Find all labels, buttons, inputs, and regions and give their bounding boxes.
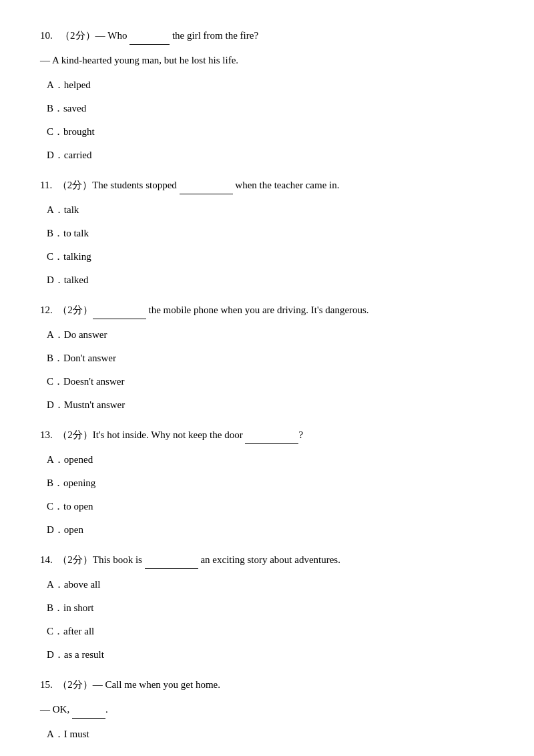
question-14-text: 14. （2分）This book is an exciting story a… xyxy=(40,551,494,569)
question-10-text: 10. （2分）— Who the girl from the fire? xyxy=(40,27,494,45)
question-10-option-b: B．saved xyxy=(40,100,494,118)
question-12-option-c: C．Doesn't answer xyxy=(40,373,494,391)
question-12-text: 12. （2分） the mobile phone when you are d… xyxy=(40,301,494,319)
question-13: 13. （2分）It's hot inside. Why not keep th… xyxy=(40,426,494,539)
question-10: 10. （2分）— Who the girl from the fire? — … xyxy=(40,27,494,164)
question-12-option-a: A．Do answer xyxy=(40,326,494,344)
question-10-dialogue: — A kind-hearted young man, but he lost … xyxy=(40,51,494,69)
question-10-option-a: A．helped xyxy=(40,76,494,94)
question-11-option-d: D．talked xyxy=(40,271,494,289)
question-12-option-b: B．Don't answer xyxy=(40,349,494,367)
question-11-option-a: A．talk xyxy=(40,201,494,219)
question-11-option-c: C．talking xyxy=(40,248,494,266)
question-11-text: 11. （2分）The students stopped when the te… xyxy=(40,176,494,194)
question-10-option-d: D．carried xyxy=(40,146,494,164)
question-12: 12. （2分） the mobile phone when you are d… xyxy=(40,301,494,414)
question-13-option-d: D．open xyxy=(40,521,494,539)
question-15-option-a: A．I must xyxy=(40,725,494,743)
question-15: 15. （2分）— Call me when you get home. — O… xyxy=(40,676,494,743)
question-11: 11. （2分）The students stopped when the te… xyxy=(40,176,494,289)
question-13-option-c: C．to open xyxy=(40,498,494,516)
question-14-option-b: B．in short xyxy=(40,599,494,617)
question-11-option-b: B．to talk xyxy=(40,224,494,242)
question-12-option-d: D．Mustn't answer xyxy=(40,396,494,414)
question-14-option-a: A．above all xyxy=(40,576,494,594)
question-15-text: 15. （2分）— Call me when you get home. xyxy=(40,676,494,694)
question-15-dialogue: — OK, . xyxy=(40,701,494,719)
question-10-option-c: C．brought xyxy=(40,123,494,141)
question-14: 14. （2分）This book is an exciting story a… xyxy=(40,551,494,664)
questions-container: 10. （2分）— Who the girl from the fire? — … xyxy=(40,27,494,743)
question-14-option-d: D．as a result xyxy=(40,646,494,664)
question-13-option-a: A．opened xyxy=(40,451,494,469)
question-13-text: 13. （2分）It's hot inside. Why not keep th… xyxy=(40,426,494,444)
question-13-option-b: B．opening xyxy=(40,474,494,492)
question-14-option-c: C．after all xyxy=(40,622,494,640)
